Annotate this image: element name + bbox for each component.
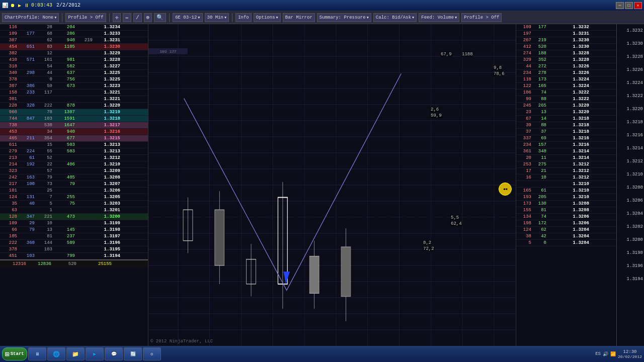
right-panel-row: 124 62 1.3204 bbox=[516, 227, 616, 233]
timeframe-dropdown[interactable]: 30 Min ▼ bbox=[205, 13, 229, 22]
price-level-label: 1.3216 bbox=[627, 133, 643, 138]
order-book-row[interactable]: 214 192 22 406 1.3210 bbox=[0, 161, 148, 168]
order-book-row[interactable]: 228 328 222 878 1.3220 bbox=[0, 103, 148, 109]
info-button[interactable]: Info bbox=[235, 13, 252, 22]
maximize-button[interactable]: □ bbox=[625, 2, 633, 9]
right-panel-row: 198 172 1.3206 bbox=[516, 220, 616, 227]
price-level-label: 1.3222 bbox=[627, 94, 643, 99]
price-level-label: 1.3204 bbox=[627, 211, 643, 216]
order-book-row[interactable]: 101 25 1.3206 bbox=[0, 188, 148, 194]
right-panel-row: 99 88 1.3222 bbox=[516, 96, 616, 103]
order-book-row[interactable]: 340 298 44 637 1.3225 bbox=[0, 70, 148, 76]
order-book-row[interactable]: 109 29 10 1.3199 bbox=[0, 220, 148, 227]
order-book-row[interactable]: 960 78 1307 1.3219 bbox=[0, 109, 148, 116]
footer-c1: 12316 bbox=[1, 261, 26, 266]
order-book-row[interactable]: 378 103 1.3195 bbox=[0, 246, 148, 253]
order-book-row[interactable]: 744 847 103 1591 1.3218 bbox=[0, 116, 148, 122]
taskbar-desktop-button[interactable]: 🖥 bbox=[28, 347, 46, 360]
order-book-row[interactable]: 738 538 1647 1.3217 bbox=[0, 122, 148, 129]
order-book-row[interactable]: 302 12 1.3229 bbox=[0, 50, 148, 57]
order-book-row[interactable]: 222 368 144 589 1.3196 bbox=[0, 240, 148, 246]
order-book-row[interactable]: 66 79 13 145 1.3198 bbox=[0, 227, 148, 233]
order-book-row[interactable]: 323 57 1.3209 bbox=[0, 168, 148, 174]
price-level-label: 1.3210 bbox=[627, 172, 643, 177]
right-panel-row: 44 272 1.3226 bbox=[516, 63, 616, 70]
order-book-row[interactable]: 611 15 503 1.3213 bbox=[0, 142, 148, 148]
taskbar-update-button[interactable]: 🔄 bbox=[124, 347, 142, 360]
taskbar: ⊞ Start 🖥 🌐 📁 ▶ 💬 🔄 ⚙ ES 🔊 📶 12:30 20/02… bbox=[0, 346, 644, 362]
order-book-row[interactable]: 465 211 354 677 1.3215 bbox=[0, 135, 148, 142]
price-level-label: 1.3212 bbox=[627, 159, 643, 164]
order-book-row[interactable]: 410 571 161 981 1.3228 bbox=[0, 57, 148, 63]
options-dropdown[interactable]: Options▼ bbox=[254, 13, 281, 22]
bar-mirror-button[interactable]: Bar Mirror bbox=[283, 13, 315, 22]
chart-label-599: 59,9 bbox=[430, 113, 442, 118]
right-panel-row: 134 74 1.3206 bbox=[516, 214, 616, 220]
taskbar-skype-button[interactable]: 💬 bbox=[105, 347, 123, 360]
taskbar-app-button[interactable]: ⚙ bbox=[143, 347, 161, 360]
order-book-row[interactable]: 318 54 582 1.3227 bbox=[0, 63, 148, 70]
right-panel-row: 197 1.3231 bbox=[516, 31, 616, 37]
chart-label-55: 5,5 bbox=[450, 215, 459, 220]
cursor-tool[interactable]: ✛ bbox=[113, 13, 121, 22]
line-tool[interactable]: / bbox=[133, 13, 142, 22]
order-book-row[interactable]: 116 28 204 1.3234 bbox=[0, 24, 148, 31]
order-book: 116 28 204 1.3234 109 177 68 286 1.3233 … bbox=[0, 24, 148, 346]
start-button[interactable]: ⊞ Start bbox=[2, 347, 27, 360]
right-panel-row: 5 0 1.3204 bbox=[516, 240, 616, 246]
chevron-down-icon: ▼ bbox=[224, 16, 226, 20]
profile-off-button[interactable]: Profile > Off bbox=[65, 13, 106, 22]
chart-area[interactable]: 0 10 109 177 67,9 1188 9,8 78,6 2,6 59,9… bbox=[148, 24, 516, 346]
taskbar-winamp-button[interactable]: ▶ bbox=[86, 347, 104, 360]
taskbar-folder-button[interactable]: 📁 bbox=[66, 347, 85, 360]
chart-profile-dropdown[interactable]: ChartProfile: None ▼ bbox=[2, 13, 59, 22]
price-level-label: 1.3224 bbox=[627, 80, 643, 85]
order-book-row[interactable]: 453 34 940 1.3216 bbox=[0, 129, 148, 135]
feed-dropdown[interactable]: Feed: Volume▼ bbox=[419, 13, 459, 22]
price-level-label: 1.3226 bbox=[627, 67, 643, 72]
chevron-down-icon: ▼ bbox=[198, 16, 200, 20]
right-panel-row: 118 173 1.3224 bbox=[516, 76, 616, 83]
order-book-row[interactable]: 63 1 1.3201 bbox=[0, 207, 148, 214]
summary-dropdown[interactable]: Summary: Pressure▼ bbox=[317, 13, 371, 22]
order-book-row[interactable]: 158 233 117 1.3221 bbox=[0, 89, 148, 96]
calc-dropdown[interactable]: Calc: Bid/Ask▼ bbox=[373, 13, 417, 22]
order-book-row[interactable]: 454 651 83 1105 1.3230 bbox=[0, 44, 148, 50]
order-book-row[interactable]: 213 61 52 1.3212 bbox=[0, 155, 148, 161]
right-panel-row: 361 348 1.3214 bbox=[516, 148, 616, 155]
order-book-row[interactable]: 451 103 799 1.3194 bbox=[0, 253, 148, 259]
network-icon: 📶 bbox=[610, 351, 616, 357]
contract-dropdown[interactable]: 6E 03-12 ▼ bbox=[173, 13, 202, 22]
order-book-row[interactable]: 35 40 5 75 1.3203 bbox=[0, 201, 148, 207]
order-book-row[interactable]: 242 163 79 405 1.3208 bbox=[0, 174, 148, 181]
chevron-down-icon: ▼ bbox=[276, 16, 278, 20]
right-panel-row: 106 74 1.3222 bbox=[516, 89, 616, 96]
language-indicator: ES bbox=[595, 351, 601, 356]
order-book-row[interactable]: 128 347 221 473 1.3200 bbox=[0, 214, 148, 220]
pencil-tool[interactable]: ✏ bbox=[123, 13, 131, 22]
minimize-button[interactable]: ─ bbox=[616, 2, 624, 9]
crosshair-tool[interactable]: ⊕ bbox=[144, 13, 152, 22]
right-panel-row: 155 81 1.3208 bbox=[516, 207, 616, 214]
title-bar: 📊 ⏺ ▶ ⏸ 0:03:43 2/2/2012 ─ □ ✕ bbox=[0, 0, 644, 11]
order-book-row[interactable]: 109 177 68 286 1.3233 bbox=[0, 31, 148, 37]
order-book-row[interactable]: 307 386 59 673 1.3223 bbox=[0, 83, 148, 89]
order-book-row[interactable]: 378 0 756 1.3225 bbox=[0, 76, 148, 83]
order-book-row[interactable]: 105 81 237 1.3197 bbox=[0, 233, 148, 240]
order-book-row[interactable]: 217 100 73 79 1.3207 bbox=[0, 181, 148, 188]
order-book-row[interactable]: 307 62 940 219 1.3231 bbox=[0, 37, 148, 44]
order-book-row[interactable]: 124 131 7 255 1.3205 bbox=[0, 194, 148, 201]
profile-off2-button[interactable]: Profile > Off bbox=[461, 13, 502, 22]
separator bbox=[169, 13, 170, 22]
price-level-label: 1.3232 bbox=[627, 28, 643, 33]
taskbar-ie-button[interactable]: 🌐 bbox=[47, 347, 65, 360]
bid-ask-indicator: ◀◀ bbox=[499, 183, 512, 196]
order-book-row[interactable]: 279 224 55 503 1.3213 bbox=[0, 148, 148, 155]
chart-label-786: 78,6 bbox=[493, 71, 505, 76]
order-book-row[interactable]: 301 1.3221 bbox=[0, 96, 148, 103]
chart-label-98: 9,8 bbox=[493, 65, 502, 70]
close-button[interactable]: ✕ bbox=[634, 2, 642, 9]
zoom-tool[interactable]: 🔍 bbox=[154, 13, 166, 22]
right-panel-row: 122 165 1.3224 bbox=[516, 83, 616, 89]
price-level-label: 1.3228 bbox=[627, 54, 643, 59]
